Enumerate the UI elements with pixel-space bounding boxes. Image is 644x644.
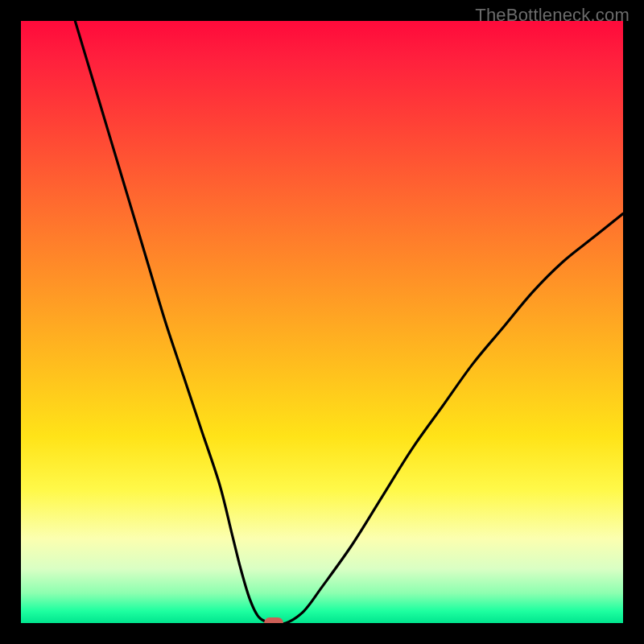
plot-area [21, 21, 623, 623]
optimal-marker [264, 617, 283, 623]
curve-svg [21, 21, 623, 623]
chart-frame: TheBottleneck.com [0, 0, 644, 644]
bottleneck-curve [75, 21, 623, 623]
watermark-text: TheBottleneck.com [475, 5, 630, 26]
